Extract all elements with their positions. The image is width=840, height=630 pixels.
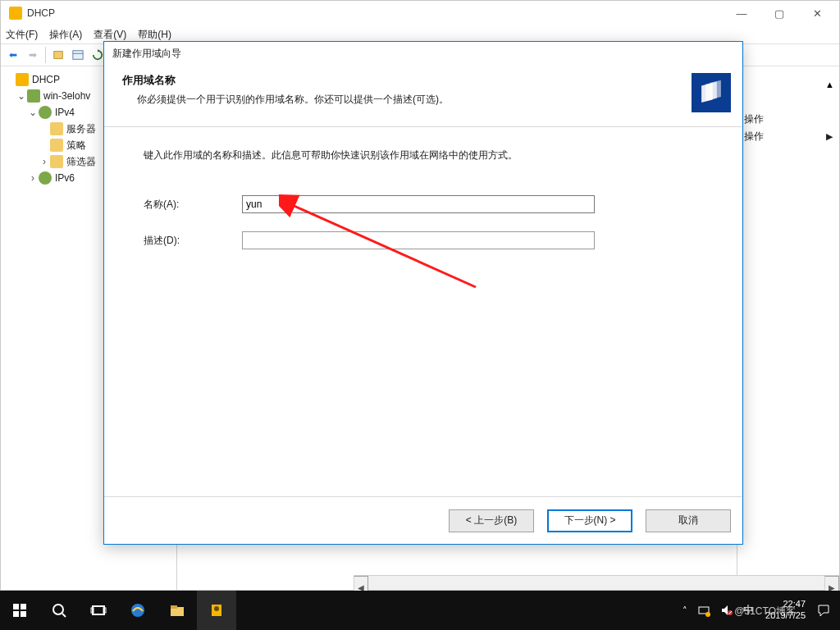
svg-line-11	[62, 614, 66, 617]
cancel-button[interactable]: 取消	[646, 509, 731, 532]
svg-rect-7	[21, 604, 26, 609]
svg-point-19	[214, 606, 219, 611]
svg-rect-1	[73, 51, 83, 60]
actions-pane: 操作 操作 ▶	[737, 107, 839, 590]
app-icon	[9, 7, 22, 20]
search-button[interactable]	[39, 591, 79, 630]
minimize-button[interactable]: —	[723, 1, 760, 25]
scroll-track[interactable]	[368, 576, 824, 590]
scope-description-input[interactable]	[242, 231, 595, 249]
svg-point-21	[705, 612, 710, 617]
ipv6-icon	[39, 171, 52, 185]
ime-indicator[interactable]: 中	[738, 591, 759, 630]
taskbar-dhcp[interactable]	[197, 591, 236, 630]
tree-label: win-3elohv	[43, 90, 90, 102]
action-center-icon[interactable]	[812, 591, 835, 630]
server-icon	[27, 89, 40, 103]
task-view-button[interactable]	[79, 591, 118, 630]
collapse-arrow-icon[interactable]: ▲	[825, 80, 834, 89]
name-label: 名称(A):	[144, 198, 242, 212]
wizard-subheading: 你必须提供一个用于识别的作用域名称。你还可以提供一个描述(可选)。	[122, 93, 692, 107]
folder-icon	[50, 155, 63, 168]
maximize-button[interactable]: ▢	[760, 1, 798, 25]
tree-label: 策略	[66, 139, 86, 153]
actions-pane-header: 操作	[744, 112, 833, 130]
svg-rect-17	[171, 605, 177, 609]
next-button[interactable]: 下一步(N) >	[547, 509, 632, 532]
folder-icon	[50, 122, 63, 135]
svg-rect-6	[13, 604, 19, 609]
tray-volume-icon[interactable]	[715, 591, 738, 630]
menu-help[interactable]: 帮助(H)	[138, 28, 171, 42]
svg-point-10	[53, 605, 63, 614]
toolbar-btn-1[interactable]	[49, 46, 67, 64]
expander-icon[interactable]: ⌄	[27, 107, 39, 118]
tree-label: IPv6	[55, 172, 75, 184]
svg-rect-0	[54, 52, 63, 59]
dialog-title[interactable]: 新建作用域向导	[104, 42, 742, 65]
clock-time: 22:47	[783, 599, 806, 610]
expander-icon[interactable]: ⌄	[16, 90, 27, 102]
svg-rect-12	[93, 606, 104, 614]
menu-view[interactable]: 查看(V)	[94, 28, 126, 42]
taskbar-explorer[interactable]	[158, 591, 197, 630]
wizard-button-row: < 上一步(B) 下一步(N) > 取消	[104, 496, 742, 544]
wizard-banner-icon	[692, 73, 731, 112]
system-tray[interactable]: ˄ 中 22:47 2019/7/25	[678, 591, 840, 630]
close-button[interactable]: ✕	[798, 1, 836, 25]
wizard-header: 作用域名称 你必须提供一个用于识别的作用域名称。你还可以提供一个描述(可选)。	[104, 65, 742, 127]
svg-rect-9	[21, 611, 26, 617]
tree-label: IPv4	[55, 107, 75, 118]
menu-action[interactable]: 操作(A)	[49, 28, 82, 42]
chevron-right-icon: ▶	[826, 131, 833, 142]
dhcp-icon	[16, 73, 29, 86]
menu-file[interactable]: 文件(F)	[6, 28, 38, 42]
new-scope-wizard-dialog: 新建作用域向导 作用域名称 你必须提供一个用于识别的作用域名称。你还可以提供一个…	[103, 41, 743, 545]
toolbar-btn-2[interactable]	[69, 46, 87, 64]
wizard-heading: 作用域名称	[122, 73, 692, 88]
scope-name-input[interactable]	[242, 195, 595, 213]
expander-icon[interactable]: ›	[27, 172, 39, 184]
ipv4-icon	[39, 106, 52, 119]
back-button[interactable]: ⬅	[4, 46, 22, 64]
tree-label: 筛选器	[66, 155, 96, 169]
horizontal-scrollbar[interactable]: ◀ ▶	[354, 575, 839, 590]
taskbar-ie[interactable]	[118, 591, 158, 630]
tray-chevron-icon[interactable]: ˄	[678, 591, 692, 630]
wizard-body: 键入此作用域的名称和描述。此信息可帮助你快速识别该作用域在网络中的使用方式。 名…	[104, 129, 742, 496]
forward-button: ➡	[24, 46, 42, 64]
back-button[interactable]: < 上一步(B)	[449, 509, 534, 532]
clock[interactable]: 22:47 2019/7/25	[759, 599, 812, 622]
titlebar[interactable]: DHCP — ▢ ✕	[1, 1, 839, 25]
wizard-instruction: 键入此作用域的名称和描述。此信息可帮助你快速识别该作用域在网络中的使用方式。	[144, 148, 703, 162]
description-label: 描述(D):	[144, 234, 242, 248]
toolbar-separator	[45, 47, 46, 63]
tray-network-icon[interactable]	[692, 591, 715, 630]
expander-icon[interactable]: ›	[39, 156, 50, 167]
svg-rect-8	[13, 611, 19, 617]
taskbar[interactable]: ˄ 中 22:47 2019/7/25	[0, 591, 840, 630]
window-title: DHCP	[27, 7, 55, 19]
tree-label: DHCP	[32, 74, 60, 85]
tree-label: 服务器	[66, 122, 96, 136]
actions-label: 操作	[744, 130, 764, 144]
clock-date: 2019/7/25	[765, 610, 806, 622]
start-button[interactable]	[0, 591, 39, 630]
actions-operate[interactable]: 操作 ▶	[744, 130, 833, 144]
folder-icon	[50, 139, 63, 152]
